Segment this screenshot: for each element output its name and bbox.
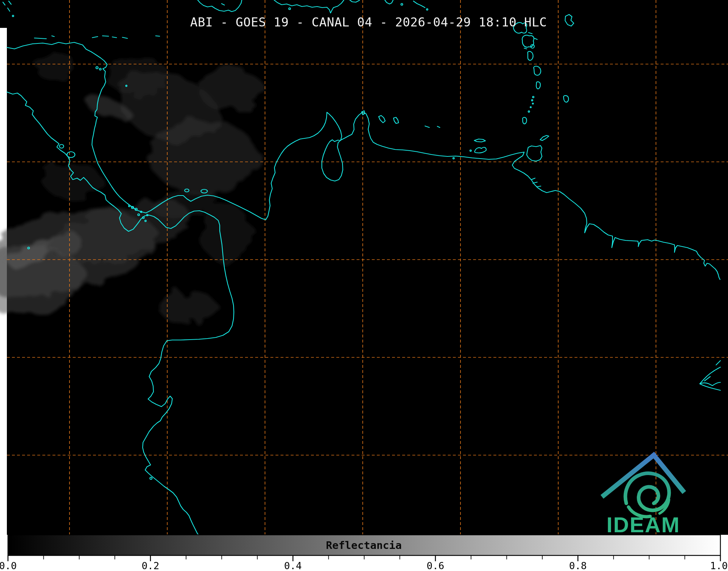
ideam-logo-text: IDEAM [606,513,680,537]
colorbar-tick-label: 0.6 [426,560,444,571]
colorbar-tick-label: 0.8 [569,560,587,571]
satellite-map: ABI - GOES 19 - CANAL 04 - 2026-04-29 18… [0,0,728,535]
corner-patch [0,0,7,28]
figure-canvas: ABI - GOES 19 - CANAL 04 - 2026-04-29 18… [0,0,728,571]
colorbar-tick-label: 1.0 [710,560,728,571]
reflectance-label: Reflectancia [326,539,402,551]
map-title: ABI - GOES 19 - CANAL 04 - 2026-04-29 18… [190,15,547,29]
colorbar-tick-label: 0.0 [0,560,17,571]
colorbar-tick-label: 0.2 [142,560,159,571]
colorbar-tick-label: 0.4 [284,560,302,571]
